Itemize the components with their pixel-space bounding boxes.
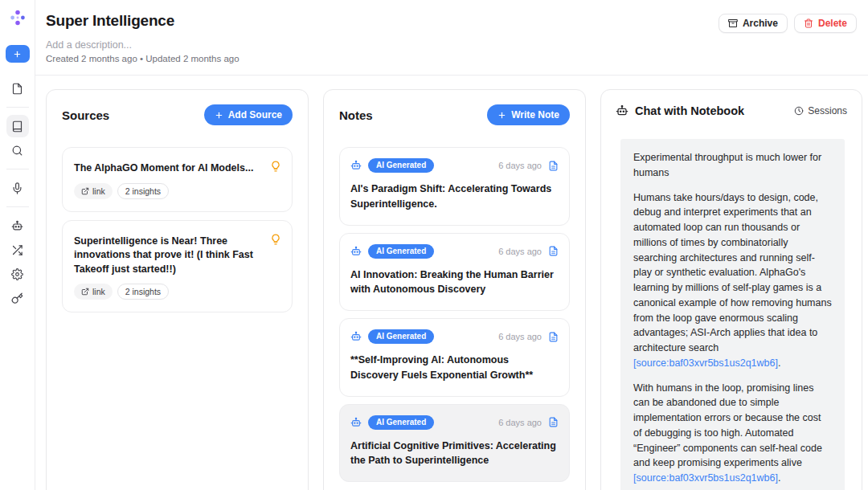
robot-icon xyxy=(11,220,23,232)
note-timestamp: 6 days ago xyxy=(498,161,542,170)
link-tag-label: link xyxy=(92,287,105,296)
robot-icon xyxy=(350,246,362,257)
external-link-icon xyxy=(81,187,89,195)
page-title: Super Intelligence xyxy=(46,12,240,30)
app-logo-icon[interactable] xyxy=(9,9,27,27)
ai-generated-badge: AI Generated xyxy=(368,329,434,344)
sources-title: Sources xyxy=(62,108,109,122)
key-icon xyxy=(11,292,23,304)
chat-paragraph: Experimental throughput is much lower fo… xyxy=(633,150,832,181)
notebook-header: Super Intelligence Add a description... … xyxy=(35,0,868,76)
plus-icon xyxy=(13,50,22,59)
source-card[interactable]: Superintelligence is Near! Three innovat… xyxy=(62,220,293,313)
note-card[interactable]: AI Generated 6 days ago **Self-Improving… xyxy=(339,318,570,397)
lightbulb-icon[interactable] xyxy=(270,161,281,175)
source-tags: link 2 insights xyxy=(74,183,280,199)
note-title: AI's Paradigm Shift: Accelerating Toward… xyxy=(350,182,559,212)
columns: Sources Add Source The AlphaGO Moment fo… xyxy=(35,76,868,490)
note-timestamp: 6 days ago xyxy=(498,418,542,427)
document-icon xyxy=(11,83,23,95)
app-root: Super Intelligence Add a description... … xyxy=(0,0,868,490)
robot-icon xyxy=(350,417,362,428)
sidebar-new-button[interactable] xyxy=(6,45,30,63)
notebook-icon xyxy=(11,120,23,133)
robot-icon xyxy=(616,104,628,117)
sidebar-item-notebooks[interactable] xyxy=(6,115,29,137)
note-document-icon[interactable] xyxy=(548,246,559,256)
note-title: **Self-Improving AI: Autonomous Discover… xyxy=(350,353,559,383)
microphone-icon xyxy=(11,182,23,194)
archive-button-label: Archive xyxy=(743,18,778,29)
plus-icon xyxy=(497,111,506,120)
lightbulb-icon[interactable] xyxy=(270,234,281,248)
add-source-label: Add Source xyxy=(228,109,282,120)
write-note-label: Write Note xyxy=(511,109,559,120)
sidebar xyxy=(0,0,35,490)
link-tag[interactable]: link xyxy=(74,183,113,199)
note-document-icon[interactable] xyxy=(548,161,559,171)
sessions-button[interactable]: Sessions xyxy=(794,105,847,116)
source-citation-link[interactable]: [source:baf03xvr5bs1us2q1wb6] xyxy=(633,472,778,484)
robot-icon xyxy=(350,331,362,342)
trash-icon xyxy=(804,18,813,28)
notes-panel: Notes Write Note AI Generated xyxy=(323,89,586,490)
sidebar-divider xyxy=(6,107,29,108)
note-card[interactable]: AI Generated 6 days ago AI Innovation: B… xyxy=(339,233,570,312)
note-document-icon[interactable] xyxy=(548,332,559,342)
gear-icon xyxy=(11,268,23,280)
robot-icon xyxy=(350,160,362,171)
note-title: Artificial Cognitive Primitives: Acceler… xyxy=(350,439,559,469)
sessions-label: Sessions xyxy=(808,105,847,116)
insights-tag[interactable]: 2 insights xyxy=(117,183,169,199)
sidebar-divider xyxy=(6,206,29,207)
ai-generated-badge: AI Generated xyxy=(368,158,434,173)
source-citation-link[interactable]: [source:baf03xvr5bs1us2q1wb6] xyxy=(633,357,778,369)
created-updated-meta: Created 2 months ago • Updated 2 months … xyxy=(46,54,240,63)
ai-generated-badge: AI Generated xyxy=(368,244,434,259)
note-timestamp: 6 days ago xyxy=(498,332,542,341)
note-document-icon[interactable] xyxy=(548,417,559,427)
external-link-icon xyxy=(81,288,89,296)
note-title: AI Innovation: Breaking the Human Barrie… xyxy=(350,267,559,298)
archive-icon xyxy=(728,18,738,28)
clock-icon xyxy=(794,106,804,116)
source-title: The AlphaGO Moment for AI Models... xyxy=(74,161,280,176)
delete-button-label: Delete xyxy=(818,18,847,29)
sidebar-item-settings[interactable] xyxy=(6,263,29,285)
description-placeholder[interactable]: Add a description... xyxy=(46,39,240,51)
main-area: Super Intelligence Add a description... … xyxy=(35,0,868,490)
chat-panel: Chat with Notebook Sessions Experimental… xyxy=(600,89,862,490)
notes-list: AI Generated 6 days ago AI's Paradigm Sh… xyxy=(339,147,570,482)
link-tag[interactable]: link xyxy=(74,284,113,300)
ai-generated-badge: AI Generated xyxy=(368,415,434,430)
shuffle-icon xyxy=(11,244,23,256)
chat-message[interactable]: Experimental throughput is much lower fo… xyxy=(620,139,845,490)
source-tags: link 2 insights xyxy=(74,284,280,300)
write-note-button[interactable]: Write Note xyxy=(487,104,570,125)
sidebar-item-documents[interactable] xyxy=(6,77,29,100)
insights-tag[interactable]: 2 insights xyxy=(117,284,169,300)
note-card[interactable]: AI Generated 6 days ago Artificial Cogni… xyxy=(339,404,570,483)
archive-button[interactable]: Archive xyxy=(719,14,788,33)
sidebar-divider xyxy=(6,169,29,169)
header-actions: Archive Delete xyxy=(719,12,857,33)
sources-list: The AlphaGO Moment for AI Models... link… xyxy=(62,147,293,312)
delete-button[interactable]: Delete xyxy=(794,14,857,33)
sidebar-item-voice[interactable] xyxy=(6,177,29,199)
sidebar-item-keys[interactable] xyxy=(6,287,29,309)
add-source-button[interactable]: Add Source xyxy=(204,104,293,125)
plus-icon xyxy=(215,111,223,120)
chat-paragraph: With humans in the loop, promising lines… xyxy=(633,381,832,486)
sidebar-item-search[interactable] xyxy=(6,139,29,161)
source-card[interactable]: The AlphaGO Moment for AI Models... link… xyxy=(62,147,293,212)
notes-title: Notes xyxy=(339,108,373,122)
note-card[interactable]: AI Generated 6 days ago AI's Paradigm Sh… xyxy=(339,147,570,226)
sources-panel: Sources Add Source The AlphaGO Moment fo… xyxy=(46,89,309,490)
link-tag-label: link xyxy=(92,186,105,196)
note-timestamp: 6 days ago xyxy=(498,247,542,256)
sidebar-item-assistant[interactable] xyxy=(6,214,29,237)
insights-tag-label: 2 insights xyxy=(125,287,161,296)
source-title: Superintelligence is Near! Three innovat… xyxy=(74,235,280,277)
sidebar-item-shuffle[interactable] xyxy=(6,239,29,261)
chat-paragraph: Humans take hours/days to design, code, … xyxy=(633,190,832,371)
